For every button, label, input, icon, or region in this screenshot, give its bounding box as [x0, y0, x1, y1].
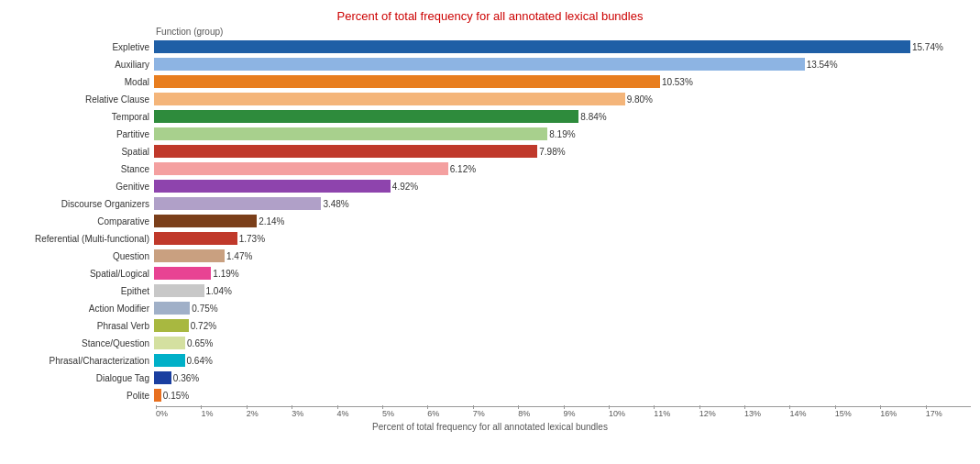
bar-fill [154, 284, 204, 297]
bar-track: 2.14% [154, 215, 971, 227]
bar-fill [154, 249, 225, 262]
chart-container: Percent of total frequency for all annot… [0, 0, 980, 464]
bar-fill [154, 197, 321, 210]
bar-fill [154, 389, 161, 402]
bar-track: 9.80% [154, 93, 971, 105]
bar-label: Relative Clause [9, 94, 154, 105]
bar-row: Question1.47% [9, 248, 971, 264]
bar-label: Spatial [9, 147, 154, 157]
x-tick: 11% [654, 407, 699, 418]
bar-label: Phrasal Verb [9, 321, 154, 331]
bar-value-label: 0.72% [191, 319, 216, 332]
bar-label: Action Modifier [9, 304, 154, 314]
bar-value-label: 0.75% [192, 302, 217, 315]
bar-track: 1.73% [154, 232, 971, 245]
bar-row: Dialogue Tag0.36% [9, 370, 971, 386]
x-tick: 6% [427, 407, 472, 418]
x-tick: 12% [699, 407, 744, 418]
bar-value-label: 9.80% [627, 93, 653, 105]
bar-row: Genitive4.92% [9, 178, 971, 194]
bar-row: Relative Clause9.80% [9, 91, 971, 107]
bar-row: Stance/Question0.65% [9, 335, 971, 351]
bar-value-label: 8.84% [580, 110, 606, 123]
bar-fill [154, 40, 910, 53]
bar-value-label: 4.92% [392, 180, 418, 193]
bar-label: Auxiliary [9, 60, 154, 70]
x-axis-label: Percent of total frequency for all annot… [9, 422, 971, 432]
x-tick: 9% [564, 407, 609, 418]
bar-value-label: 3.48% [323, 197, 348, 210]
x-axis: 0%1%2%3%4%5%6%7%8%9%10%11%12%13%14%15%16… [156, 406, 971, 418]
bar-label: Phrasal/Characterization [9, 356, 154, 366]
bar-row: Spatial7.98% [9, 143, 971, 160]
bar-value-label: 1.47% [226, 249, 252, 262]
bar-value-label: 7.98% [539, 145, 565, 158]
bar-label: Polite [9, 391, 154, 401]
bar-fill [154, 93, 625, 105]
x-tick: 10% [609, 407, 654, 418]
bar-label: Discourse Organizers [9, 199, 154, 209]
bar-track: 1.04% [154, 284, 971, 297]
bar-fill [154, 215, 257, 227]
chart-area: Function (group) Expletive15.74%Auxiliar… [9, 27, 971, 432]
bar-label: Spatial/Logical [9, 269, 154, 279]
bar-row: Epithet1.04% [9, 282, 971, 299]
bar-track: 1.47% [154, 249, 971, 262]
chart-title: Percent of total frequency for all annot… [9, 9, 971, 23]
bar-row: Stance6.12% [9, 160, 971, 177]
bar-fill [154, 110, 578, 123]
bar-track: 0.36% [154, 371, 971, 384]
bar-label: Partitive [9, 129, 154, 139]
bar-track: 3.48% [154, 197, 971, 210]
bar-row: Comparative2.14% [9, 213, 971, 229]
bars-wrapper: Expletive15.74%Auxiliary13.54%Modal10.53… [9, 39, 971, 404]
bar-fill [154, 302, 190, 315]
x-tick: 16% [880, 407, 925, 418]
bar-label: Modal [9, 77, 154, 87]
x-tick: 0% [156, 407, 201, 418]
bar-label: Expletive [9, 42, 154, 52]
bar-fill [154, 319, 189, 332]
x-tick: 17% [926, 407, 971, 418]
bar-track: 0.15% [154, 389, 971, 402]
x-tick: 7% [473, 407, 518, 418]
bar-row: Expletive15.74% [9, 39, 971, 55]
bar-row: Spatial/Logical1.19% [9, 265, 971, 282]
x-tick: 13% [744, 407, 789, 418]
bar-value-label: 1.19% [213, 267, 238, 280]
bar-row: Discourse Organizers3.48% [9, 195, 971, 212]
bar-label: Genitive [9, 182, 154, 192]
x-tick: 8% [518, 407, 563, 418]
bar-fill [154, 267, 211, 280]
bar-value-label: 0.64% [187, 354, 213, 367]
bar-value-label: 1.04% [206, 284, 232, 297]
bar-fill [154, 162, 448, 175]
bar-label: Question [9, 251, 154, 261]
bar-fill [154, 75, 660, 88]
x-tick: 5% [382, 407, 427, 418]
bar-label: Stance/Question [9, 338, 154, 348]
bar-label: Referential (Multi-functional) [9, 234, 154, 244]
x-tick: 4% [337, 407, 382, 418]
bar-value-label: 6.12% [450, 162, 476, 175]
bar-track: 8.84% [154, 110, 971, 123]
bar-fill [154, 127, 547, 140]
bar-row: Partitive8.19% [9, 126, 971, 142]
bar-value-label: 8.19% [549, 127, 575, 140]
bar-track: 0.72% [154, 319, 971, 332]
bar-fill [154, 58, 805, 71]
bar-value-label: 1.73% [239, 232, 265, 245]
bar-fill [154, 145, 537, 158]
bar-value-label: 10.53% [662, 75, 693, 88]
bar-value-label: 0.36% [173, 371, 199, 384]
x-tick: 3% [292, 407, 336, 418]
bar-track: 1.19% [154, 267, 971, 280]
bar-fill [154, 337, 185, 349]
x-tick: 15% [835, 407, 880, 418]
bar-value-label: 13.54% [807, 58, 838, 71]
bar-row: Auxiliary13.54% [9, 56, 971, 72]
bar-track: 13.54% [154, 58, 971, 71]
bar-track: 10.53% [154, 75, 971, 88]
bar-fill [154, 232, 237, 245]
bar-fill [154, 180, 391, 193]
